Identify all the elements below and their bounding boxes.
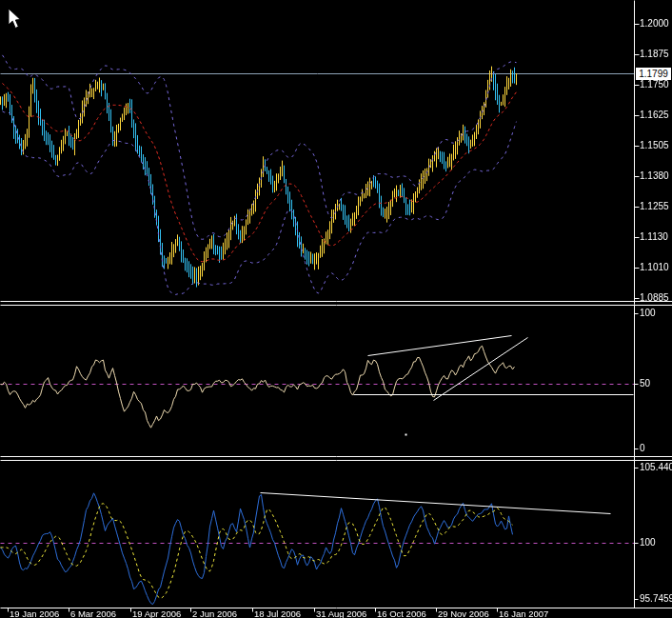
oscillator1-axis-label: 100 (640, 309, 656, 318)
price-axis-label: 1.1625 (640, 110, 669, 120)
time-axis-label: 29 Nov 2006 (438, 609, 489, 618)
oscillator1-axis-label: 50 (640, 379, 650, 389)
oscillator1-axis-label: 0 (640, 444, 645, 453)
time-axis-label: 16 Oct 2006 (377, 609, 426, 618)
price-axis-label: 1.1380 (640, 171, 669, 181)
price-axis-label: 1.2000 (640, 19, 669, 29)
price-axis-label: 1.1130 (640, 232, 668, 242)
price-axis-label: 1.1255 (640, 202, 669, 211)
price-axis-label: 1.1010 (640, 263, 669, 272)
time-axis-label: 18 Jul 2006 (254, 609, 301, 618)
oscillator2-axis-label: 95.7459 (640, 594, 672, 604)
time-axis-label: 19 Jan 2006 (10, 609, 59, 618)
price-axis-label: 1.1505 (640, 141, 669, 150)
time-axis-label: 16 Jan 2007 (499, 609, 548, 618)
oscillator2-axis-label: 100 (640, 538, 656, 548)
price-axis-label: 1.0885 (640, 293, 669, 303)
oscillator2-axis-label: 105.4402 (640, 463, 672, 472)
price-axis-label: 1.1750 (640, 80, 669, 90)
price-axis-label: 1.1875 (640, 50, 669, 59)
current-price-box: 1.1799 (636, 68, 671, 80)
time-axis-label: 31 Aug 2006 (316, 609, 366, 618)
time-axis-label: 19 Apr 2006 (132, 609, 181, 618)
current-price-value: 1.1799 (639, 69, 668, 79)
price-chart-canvas[interactable] (0, 0, 672, 618)
time-axis-label: 2 Jun 2006 (192, 609, 237, 618)
mt4-chart-window: 1.20001.18751.17501.16251.15051.13801.12… (0, 0, 672, 618)
time-axis-label: 6 Mar 2006 (70, 609, 116, 618)
mouse-cursor-icon (8, 8, 23, 30)
